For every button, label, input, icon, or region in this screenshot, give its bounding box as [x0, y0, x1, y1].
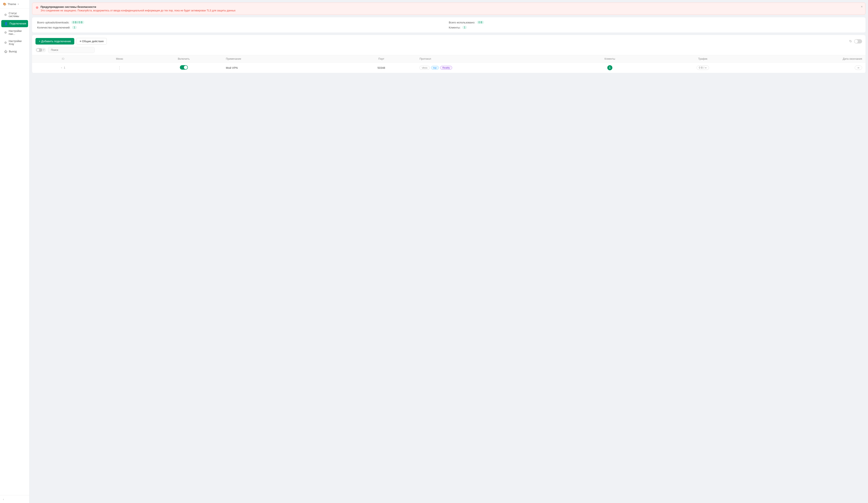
- cell-id: + 1: [32, 63, 94, 73]
- general-actions-button[interactable]: ≡ Общие действия: [76, 38, 106, 44]
- logout-icon: ⏻: [4, 50, 7, 53]
- uploads-downloads-label: Всего uploads/downloads:: [37, 21, 70, 24]
- search-input[interactable]: [48, 47, 95, 53]
- sidebar: 🎨 Theme ▾ ⚙Статус системы👤Подключения⚙На…: [0, 0, 30, 503]
- sidebar-collapse-button[interactable]: ‹: [0, 495, 29, 503]
- sidebar-nav: ⚙Статус системы👤Подключения⚙Настройки па…: [0, 9, 29, 495]
- total-used-label: Всего использовано:: [449, 21, 475, 24]
- cell-protocol: vlesstcpReality: [416, 63, 571, 73]
- table-row: + 1⋮Мой VPN50348vlesstcpReality10 B / ∞∞: [32, 63, 866, 73]
- row-toggle[interactable]: [180, 65, 188, 70]
- cell-traffic: 0 B / ∞: [649, 63, 757, 73]
- stats-card: Всего uploads/downloads: 0 B / 0 B Всего…: [32, 17, 866, 32]
- sidebar-item-system-status[interactable]: ⚙Статус системы: [1, 10, 28, 20]
- table-toolbar: + Добавить подключение ≡ Общие действия …: [32, 35, 866, 47]
- theme-label: Theme: [8, 2, 16, 6]
- col-header-traffic: Трафик: [649, 55, 757, 63]
- global-toggle[interactable]: [854, 39, 862, 43]
- protocol-tag-tcp: tcp: [431, 66, 439, 70]
- main-content: ⊗ Предупреждение системы безопасности Эт…: [30, 0, 868, 503]
- alert-icon: ⊗: [36, 6, 39, 10]
- col-header-enable: Включить: [145, 55, 223, 63]
- filter-toggle[interactable]: 7: [35, 48, 46, 52]
- filter-count: 7: [43, 49, 44, 51]
- cell-enable: [145, 63, 223, 73]
- expiry-value: ∞: [855, 66, 862, 70]
- panel-settings-icon: ⚙: [4, 31, 7, 34]
- refresh-icon[interactable]: ↻: [849, 39, 852, 43]
- system-status-icon: ⚙: [4, 13, 7, 17]
- connections-count-value: 1: [72, 26, 77, 29]
- alert-title: Предупреждение системы безопасности: [41, 5, 236, 9]
- connections-count-stat: Количество подключений: 1: [37, 26, 449, 29]
- total-used-stat: Всего использовано: 0 B: [449, 21, 860, 24]
- cell-menu: ⋮: [94, 63, 145, 73]
- alert-description: Это соединение не защищено. Пожалуйста, …: [41, 9, 236, 12]
- theme-selector[interactable]: 🎨 Theme ▾: [0, 0, 29, 9]
- connections-table-card: + Добавить подключение ≡ Общие действия …: [32, 35, 866, 73]
- clients-value: 1: [462, 26, 467, 29]
- traffic-value: 0 B / ∞: [696, 66, 709, 70]
- xray-settings-icon: ⚙: [4, 41, 7, 44]
- protocol-tag-reality: Reality: [440, 66, 452, 70]
- col-header-clients: Клиенты: [571, 55, 649, 63]
- theme-icon: 🎨: [3, 2, 6, 6]
- cell-port: 50348: [347, 63, 416, 73]
- add-connection-button[interactable]: + Добавить подключение: [35, 38, 74, 44]
- cell-expiry: ∞: [757, 63, 866, 73]
- col-header-protocol: Протокол: [416, 55, 571, 63]
- col-header-note: Примечание: [223, 55, 347, 63]
- protocol-tag-vless: vless: [420, 66, 430, 70]
- chevron-down-icon: ▾: [18, 3, 19, 5]
- clients-stat: Клиенты: 1: [449, 26, 860, 29]
- row-menu-button[interactable]: ⋮: [117, 66, 122, 70]
- filter-row: 7: [32, 47, 866, 55]
- col-header-port: Порт: [347, 55, 416, 63]
- clients-count-badge: 1: [607, 65, 612, 70]
- cell-note: Мой VPN: [223, 63, 347, 73]
- sidebar-item-xray-settings[interactable]: ⚙Настройки Xray: [1, 38, 28, 48]
- connections-icon: 👤: [4, 22, 8, 25]
- connections-count-label: Количество подключений:: [37, 26, 70, 29]
- alert-close-button[interactable]: ×: [861, 5, 863, 9]
- cell-clients: 1: [571, 63, 649, 73]
- table-header-row: ID Меню Включить Примечание Порт Протоко…: [32, 55, 866, 63]
- col-header-id: ID: [32, 55, 94, 63]
- connections-table: ID Меню Включить Примечание Порт Протоко…: [32, 55, 866, 73]
- expand-icon[interactable]: +: [61, 66, 62, 69]
- sidebar-item-connections[interactable]: 👤Подключения: [1, 20, 28, 27]
- uploads-downloads-stat: Всего uploads/downloads: 0 B / 0 B: [37, 21, 449, 24]
- sidebar-item-logout[interactable]: ⏻Выход: [1, 48, 28, 55]
- filter-toggle-switch: [36, 48, 42, 52]
- sidebar-item-panel-settings[interactable]: ⚙Настройки пан...: [1, 28, 28, 37]
- col-header-menu: Меню: [94, 55, 145, 63]
- col-header-expiry: Дата окончания: [757, 55, 866, 63]
- uploads-downloads-value: 0 B / 0 B: [71, 21, 84, 24]
- clients-label: Клиенты:: [449, 26, 461, 29]
- security-alert: ⊗ Предупреждение системы безопасности Эт…: [32, 2, 866, 15]
- total-used-value: 0 B: [477, 21, 484, 24]
